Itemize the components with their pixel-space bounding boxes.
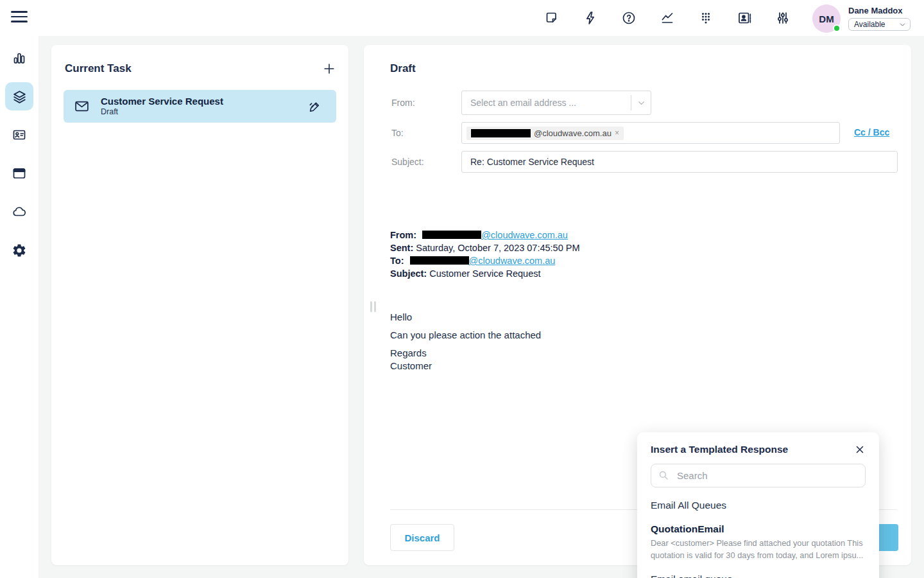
- email-body-editor[interactable]: From: @cloudwave.com.au Sent: Saturday, …: [390, 229, 886, 280]
- draft-pen-icon[interactable]: [307, 99, 322, 114]
- message-line: Regards: [390, 347, 541, 360]
- template-item[interactable]: Email All Queues: [651, 500, 866, 511]
- preferences-icon[interactable]: [775, 10, 791, 26]
- contacts-icon[interactable]: [737, 10, 752, 26]
- performance-icon[interactable]: [660, 10, 675, 26]
- settings-icon: [12, 243, 27, 258]
- status-select[interactable]: Available: [848, 18, 911, 31]
- quoted-from-link[interactable]: @cloudwave.com.au: [481, 230, 568, 240]
- quoted-to-link[interactable]: @cloudwave.com.au: [469, 256, 556, 266]
- from-select-placeholder: Select an email address ...: [462, 98, 631, 108]
- template-item[interactable]: QuotationEmail Dear <customer> Please fi…: [651, 523, 866, 561]
- to-label: To:: [391, 128, 404, 138]
- help-icon[interactable]: [621, 10, 637, 26]
- interactions-layers-icon: [12, 89, 28, 105]
- recipient-domain: @cloudwave.com.au: [534, 128, 612, 138]
- recipient-chip: @cloudwave.com.au ×: [466, 127, 624, 140]
- quoted-from-label: From:: [390, 230, 416, 240]
- quoted-subject-value: Customer Service Request: [427, 268, 540, 279]
- quoted-sent-line: Sent: Saturday, October 7, 2023 07:45:50…: [390, 241, 886, 254]
- message-line: Customer: [390, 360, 541, 372]
- avatar-initials: DM: [819, 13, 834, 24]
- note-icon[interactable]: [544, 10, 560, 26]
- sidebar-item-cloud[interactable]: [5, 198, 33, 226]
- sidebar-item-settings[interactable]: [5, 236, 33, 265]
- status-select-value: Available: [854, 20, 885, 29]
- task-title: Customer Service Request: [101, 96, 307, 107]
- close-icon[interactable]: [854, 444, 866, 455]
- lightning-icon[interactable]: [583, 10, 598, 26]
- redacted-text: [410, 256, 469, 265]
- draft-title: Draft: [390, 62, 416, 75]
- templated-response-popup: Insert a Templated Response Email All Qu…: [637, 432, 879, 578]
- sidebar-item-agent-card[interactable]: [5, 121, 33, 149]
- left-rail: [0, 36, 38, 578]
- current-task-panel: Current Task Customer Service Request Dr…: [51, 45, 348, 565]
- email-icon: [74, 98, 90, 114]
- window-icon: [12, 166, 27, 181]
- quoted-from-line: From: @cloudwave.com.au: [390, 229, 886, 241]
- quoted-to-line: To: @cloudwave.com.au: [390, 254, 886, 267]
- popup-title: Insert a Templated Response: [651, 444, 788, 455]
- user-name: Dane Maddox: [848, 6, 903, 15]
- to-input[interactable]: @cloudwave.com.au ×: [461, 122, 840, 144]
- chevron-down-icon: [631, 98, 651, 108]
- remove-recipient-icon[interactable]: ×: [615, 129, 619, 137]
- template-item-description: Dear <customer> Please find attached you…: [651, 538, 866, 561]
- from-select[interactable]: Select an email address ...: [461, 91, 651, 115]
- subject-label: Subject:: [391, 157, 424, 167]
- agent-card-icon: [12, 127, 27, 143]
- quoted-subject-label: Subject:: [390, 268, 427, 279]
- cc-bcc-link[interactable]: Cc / Bcc: [854, 127, 889, 137]
- task-status: Draft: [101, 107, 307, 117]
- current-task-title: Current Task: [65, 62, 132, 75]
- email-message-text: Hello Can you please action the attached…: [390, 311, 541, 372]
- add-task-button[interactable]: [322, 62, 336, 76]
- cloud-icon: [12, 204, 27, 220]
- template-search-input[interactable]: [676, 469, 859, 482]
- from-label: From:: [391, 98, 415, 108]
- sidebar-item-window[interactable]: [5, 159, 33, 188]
- panel-resize-handle[interactable]: [370, 301, 376, 312]
- subject-input[interactable]: [461, 151, 898, 173]
- task-card[interactable]: Customer Service Request Draft: [64, 90, 336, 123]
- template-search-box: [651, 464, 866, 487]
- message-line: Hello: [390, 311, 541, 324]
- quoted-to-label: To:: [390, 256, 404, 266]
- discard-button[interactable]: Discard: [390, 524, 454, 551]
- message-line: Can you please action the attached: [390, 329, 541, 342]
- redacted-text: [471, 129, 531, 137]
- redacted-text: [422, 231, 481, 239]
- dialpad-icon[interactable]: [698, 10, 714, 26]
- chevron-down-icon: [898, 21, 907, 29]
- template-item-title: QuotationEmail: [651, 523, 866, 535]
- activity-icon: [12, 50, 27, 66]
- status-dot: [833, 24, 841, 32]
- quoted-sent-value: Saturday, October 7, 2023 07:45:50 PM: [413, 243, 579, 253]
- template-item[interactable]: Email email queue: [651, 574, 866, 578]
- sidebar-item-activity[interactable]: [5, 44, 33, 72]
- search-icon: [658, 469, 670, 482]
- quoted-sent-label: Sent:: [390, 243, 413, 253]
- topbar-icons: [544, 10, 791, 26]
- sidebar-item-interactions[interactable]: [5, 82, 33, 110]
- hamburger-menu-icon[interactable]: [11, 11, 28, 25]
- quoted-subject-line: Subject: Customer Service Request: [390, 267, 886, 280]
- top-bar: DM Dane Maddox Available: [0, 0, 924, 36]
- plus-icon: [322, 62, 336, 76]
